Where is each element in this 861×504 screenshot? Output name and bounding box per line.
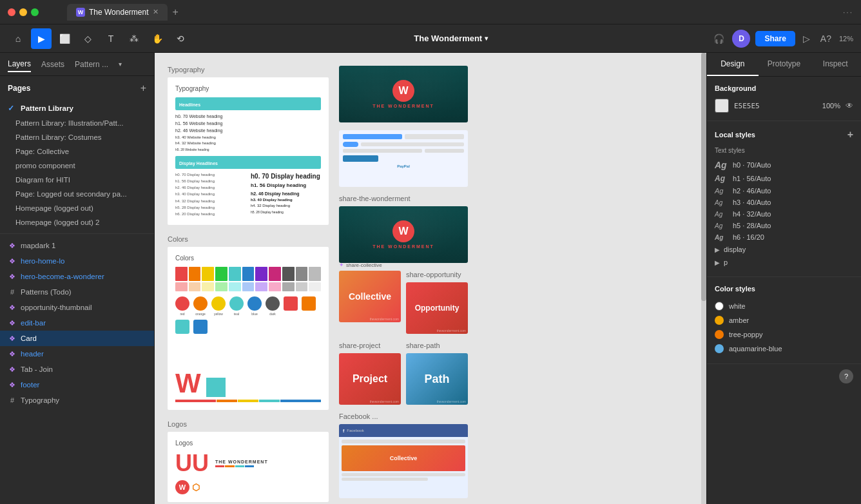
text-tool[interactable]: T (101, 28, 121, 49)
typography-frame[interactable]: Typography Typography Headlines h0. 70 W… (168, 66, 329, 225)
colors-frame[interactable]: Colors Colors (168, 235, 329, 410)
left-sidebar: Layers Assets Pattern ... ▾ Pages + ✓ Pa… (0, 53, 155, 504)
p-group[interactable]: ▶ p (715, 256, 853, 269)
text-style-h2[interactable]: Ag h2 · 46/Auto (715, 185, 853, 197)
text-style-h0[interactable]: Ag h0 · 70/Auto (715, 158, 853, 172)
help-section: ? (707, 364, 861, 389)
page-item-collective[interactable]: Page: Collective (0, 144, 154, 159)
zoom-level[interactable]: 12% (839, 35, 853, 43)
layer-card[interactable]: ❖ Card (0, 331, 154, 346)
layer-patterns-todo[interactable]: # Patterns (Todo) (0, 284, 154, 300)
page-item-homepage-logged-out-2[interactable]: Homepage (logged out) 2 (0, 215, 154, 229)
layer-opportunity-thumbnail[interactable]: ❖ opportunity-thumbnail (0, 300, 154, 315)
color-white[interactable]: white (715, 299, 853, 313)
toolbar-center: The Wonderment ▾ (191, 34, 711, 43)
add-page-icon[interactable]: + (140, 82, 146, 94)
share-opportunity-thumbnail[interactable]: share-opportunity Opportunity thewonderm… (406, 271, 468, 334)
background-color-swatch[interactable] (715, 99, 729, 113)
share-path-label: share-path (406, 342, 468, 349)
color-amber[interactable]: amber (715, 313, 853, 327)
logos-frame[interactable]: Logos Logos UU THE WONDERMENT (168, 420, 329, 502)
scrollbar-thumb[interactable] (701, 53, 706, 301)
close-button[interactable] (8, 8, 15, 16)
layer-label: opportunity-thumbnail (21, 304, 92, 311)
tab-close-icon[interactable]: ✕ (153, 8, 159, 16)
share-project-thumbnail[interactable]: share-project Project thewonderment.com (339, 342, 401, 405)
tab-layers[interactable]: Layers (8, 57, 31, 72)
layer-footer[interactable]: ❖ footer (0, 377, 154, 393)
background-opacity[interactable]: 100% (822, 102, 840, 110)
new-tab-button[interactable]: + (170, 5, 181, 20)
project-name[interactable]: The Wonderment ▾ (414, 34, 488, 43)
ag-label: Ag (715, 187, 728, 195)
tab-design[interactable]: Design (707, 53, 759, 76)
page-item-pattern-library[interactable]: ✓ Pattern Library (0, 101, 154, 116)
page-item-costumes[interactable]: Pattern Library: Costumes (0, 130, 154, 144)
facebook-thumbnail[interactable]: Facebook ... f Facebook Collective (339, 412, 468, 498)
page-item-logged-out-secondary[interactable]: Page: Logged out secondary pa... (0, 187, 154, 201)
tab-title: The Wonderment (89, 8, 149, 17)
canvas-scrollbar[interactable] (701, 53, 706, 504)
hand-tool[interactable]: ✋ (147, 28, 168, 49)
shape-tool[interactable]: ◇ (77, 28, 98, 49)
background-color-value[interactable]: E5E5E5 (734, 102, 760, 110)
help-icon[interactable]: ? (839, 369, 853, 383)
page-item-hiti[interactable]: Diagram for HITI (0, 173, 154, 187)
text-style-h3[interactable]: Ag h3 · 40/Auto (715, 197, 853, 208)
layer-hero-become[interactable]: ❖ hero-become-a-wonderer (0, 269, 154, 284)
style-label: h0 · 70/Auto (733, 161, 771, 169)
color-label: amber (729, 316, 749, 324)
page-item-promo[interactable]: promo component (0, 159, 154, 173)
page-item-homepage-logged-out[interactable]: Homepage (logged out) (0, 201, 154, 215)
layer-label: Typography (21, 396, 59, 404)
canvas[interactable]: Typography Typography Headlines h0. 70 W… (155, 53, 706, 504)
panel-chevron-icon[interactable]: ▾ (119, 61, 122, 68)
text-style-h4[interactable]: Ag h4 · 32/Auto (715, 208, 853, 220)
share-path-thumbnail[interactable]: share-path Path thewonderment.com (406, 342, 468, 405)
share-button[interactable]: Share (755, 31, 795, 46)
active-tab[interactable]: W The Wonderment ✕ (67, 4, 168, 21)
style-label: h1 · 56/Auto (733, 175, 771, 182)
display-group[interactable]: ▶ display (715, 243, 853, 256)
headphone-icon[interactable]: 🎧 (711, 31, 727, 46)
page-item-illustration[interactable]: Pattern Library: Illustration/Patt... (0, 116, 154, 130)
tab-prototype[interactable]: Prototype (759, 53, 810, 76)
visibility-icon[interactable]: 👁 (846, 101, 853, 110)
paypal-thumbnail[interactable]: PayPal (339, 130, 468, 187)
aquamarine-blue-swatch (715, 344, 724, 353)
page-label: Page: Collective (15, 148, 69, 155)
grid-icon: # (8, 287, 17, 296)
share-opportunity-label: share-opportunity (406, 271, 468, 278)
panel-tabs: Layers Assets Pattern ... ▾ (0, 53, 154, 76)
add-style-icon[interactable]: + (847, 129, 853, 141)
style-label: h6 · 16/20 (733, 233, 764, 241)
share-collective-thumbnail[interactable]: ✦ share-collective D Collective thewonde… (339, 271, 401, 334)
select-tool[interactable]: ▶ (31, 28, 52, 49)
color-aquamarine-blue[interactable]: aquamarine-blue (715, 342, 853, 356)
home-tool[interactable]: ⌂ (8, 28, 28, 49)
layer-typography[interactable]: # Typography (0, 393, 154, 408)
component-tool[interactable]: ⁂ (124, 28, 144, 49)
layer-tab-join[interactable]: ❖ Tab - Join (0, 362, 154, 377)
play-icon[interactable]: ▷ (800, 31, 813, 46)
pen-tool[interactable]: ⟲ (170, 28, 191, 49)
maximize-button[interactable] (31, 8, 39, 16)
minimize-button[interactable] (19, 8, 27, 16)
color-tree-poppy[interactable]: tree-poppy (715, 327, 853, 342)
tab-inspect[interactable]: Inspect (809, 53, 861, 76)
accessibility-icon[interactable]: A? (818, 31, 834, 46)
text-style-h5[interactable]: Ag h5 · 28/Auto (715, 220, 853, 231)
text-style-h6[interactable]: Ag h6 · 16/20 (715, 231, 853, 243)
layer-hero-home-lo[interactable]: ❖ hero-home-lo (0, 253, 154, 269)
layer-edit-bar[interactable]: ❖ edit-bar (0, 315, 154, 331)
share-the-wonderment-thumbnail[interactable]: share-the-wonderment W THE WONDERMENT (339, 195, 468, 263)
avatar[interactable]: D (732, 30, 750, 48)
frame-tool[interactable]: ⬜ (54, 28, 75, 49)
text-style-h1[interactable]: Ag h1 · 56/Auto (715, 172, 853, 185)
layer-header[interactable]: ❖ header (0, 346, 154, 362)
wonderment-thumbnail[interactable]: W THE WONDERMENT (339, 66, 468, 122)
tab-pattern[interactable]: Pattern ... (75, 57, 108, 72)
more-options-icon[interactable]: ··· (843, 8, 853, 17)
layer-mapdark[interactable]: ❖ mapdark 1 (0, 238, 154, 253)
tab-assets[interactable]: Assets (41, 57, 64, 72)
